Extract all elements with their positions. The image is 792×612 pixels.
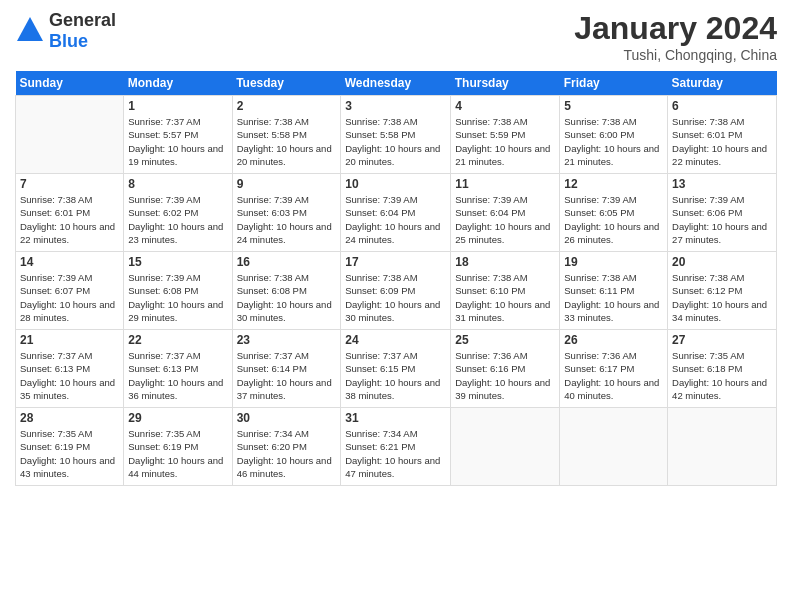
calendar-cell: 8Sunrise: 7:39 AMSunset: 6:02 PMDaylight… bbox=[124, 174, 232, 252]
day-header-tuesday: Tuesday bbox=[232, 71, 341, 96]
day-number: 9 bbox=[237, 177, 337, 191]
calendar-cell: 7Sunrise: 7:38 AMSunset: 6:01 PMDaylight… bbox=[16, 174, 124, 252]
day-info: Sunrise: 7:34 AMSunset: 6:21 PMDaylight:… bbox=[345, 427, 446, 480]
calendar-cell: 30Sunrise: 7:34 AMSunset: 6:20 PMDayligh… bbox=[232, 408, 341, 486]
calendar-cell: 18Sunrise: 7:38 AMSunset: 6:10 PMDayligh… bbox=[451, 252, 560, 330]
day-number: 3 bbox=[345, 99, 446, 113]
day-info: Sunrise: 7:38 AMSunset: 6:01 PMDaylight:… bbox=[20, 193, 119, 246]
calendar-cell: 21Sunrise: 7:37 AMSunset: 6:13 PMDayligh… bbox=[16, 330, 124, 408]
calendar-cell: 20Sunrise: 7:38 AMSunset: 6:12 PMDayligh… bbox=[668, 252, 777, 330]
day-number: 27 bbox=[672, 333, 772, 347]
day-number: 4 bbox=[455, 99, 555, 113]
calendar-cell: 10Sunrise: 7:39 AMSunset: 6:04 PMDayligh… bbox=[341, 174, 451, 252]
logo: General Blue bbox=[15, 10, 116, 52]
svg-marker-0 bbox=[17, 17, 43, 41]
day-number: 26 bbox=[564, 333, 663, 347]
page-container: General Blue January 2024 Tushi, Chongqi… bbox=[0, 0, 792, 496]
day-info: Sunrise: 7:39 AMSunset: 6:04 PMDaylight:… bbox=[345, 193, 446, 246]
day-info: Sunrise: 7:36 AMSunset: 6:16 PMDaylight:… bbox=[455, 349, 555, 402]
day-info: Sunrise: 7:38 AMSunset: 6:10 PMDaylight:… bbox=[455, 271, 555, 324]
calendar-cell: 28Sunrise: 7:35 AMSunset: 6:19 PMDayligh… bbox=[16, 408, 124, 486]
day-header-monday: Monday bbox=[124, 71, 232, 96]
day-number: 13 bbox=[672, 177, 772, 191]
day-number: 22 bbox=[128, 333, 227, 347]
week-row-2: 7Sunrise: 7:38 AMSunset: 6:01 PMDaylight… bbox=[16, 174, 777, 252]
day-number: 24 bbox=[345, 333, 446, 347]
day-info: Sunrise: 7:39 AMSunset: 6:08 PMDaylight:… bbox=[128, 271, 227, 324]
day-number: 18 bbox=[455, 255, 555, 269]
calendar-cell: 24Sunrise: 7:37 AMSunset: 6:15 PMDayligh… bbox=[341, 330, 451, 408]
day-info: Sunrise: 7:38 AMSunset: 5:59 PMDaylight:… bbox=[455, 115, 555, 168]
calendar-cell: 25Sunrise: 7:36 AMSunset: 6:16 PMDayligh… bbox=[451, 330, 560, 408]
calendar-cell: 1Sunrise: 7:37 AMSunset: 5:57 PMDaylight… bbox=[124, 96, 232, 174]
day-info: Sunrise: 7:38 AMSunset: 6:12 PMDaylight:… bbox=[672, 271, 772, 324]
day-number: 16 bbox=[237, 255, 337, 269]
day-number: 7 bbox=[20, 177, 119, 191]
day-info: Sunrise: 7:37 AMSunset: 6:13 PMDaylight:… bbox=[20, 349, 119, 402]
calendar-cell: 22Sunrise: 7:37 AMSunset: 6:13 PMDayligh… bbox=[124, 330, 232, 408]
day-info: Sunrise: 7:38 AMSunset: 6:08 PMDaylight:… bbox=[237, 271, 337, 324]
calendar-cell: 4Sunrise: 7:38 AMSunset: 5:59 PMDaylight… bbox=[451, 96, 560, 174]
day-info: Sunrise: 7:38 AMSunset: 6:00 PMDaylight:… bbox=[564, 115, 663, 168]
day-info: Sunrise: 7:38 AMSunset: 6:01 PMDaylight:… bbox=[672, 115, 772, 168]
day-number: 12 bbox=[564, 177, 663, 191]
calendar-cell: 15Sunrise: 7:39 AMSunset: 6:08 PMDayligh… bbox=[124, 252, 232, 330]
day-info: Sunrise: 7:38 AMSunset: 6:11 PMDaylight:… bbox=[564, 271, 663, 324]
day-number: 8 bbox=[128, 177, 227, 191]
day-number: 20 bbox=[672, 255, 772, 269]
month-title: January 2024 bbox=[574, 10, 777, 47]
day-info: Sunrise: 7:35 AMSunset: 6:19 PMDaylight:… bbox=[20, 427, 119, 480]
day-info: Sunrise: 7:35 AMSunset: 6:18 PMDaylight:… bbox=[672, 349, 772, 402]
day-info: Sunrise: 7:38 AMSunset: 6:09 PMDaylight:… bbox=[345, 271, 446, 324]
calendar-cell: 11Sunrise: 7:39 AMSunset: 6:04 PMDayligh… bbox=[451, 174, 560, 252]
calendar-cell: 13Sunrise: 7:39 AMSunset: 6:06 PMDayligh… bbox=[668, 174, 777, 252]
calendar-cell: 5Sunrise: 7:38 AMSunset: 6:00 PMDaylight… bbox=[560, 96, 668, 174]
day-info: Sunrise: 7:39 AMSunset: 6:02 PMDaylight:… bbox=[128, 193, 227, 246]
day-info: Sunrise: 7:39 AMSunset: 6:07 PMDaylight:… bbox=[20, 271, 119, 324]
page-header: General Blue January 2024 Tushi, Chongqi… bbox=[15, 10, 777, 63]
day-info: Sunrise: 7:37 AMSunset: 6:13 PMDaylight:… bbox=[128, 349, 227, 402]
day-info: Sunrise: 7:37 AMSunset: 6:14 PMDaylight:… bbox=[237, 349, 337, 402]
day-header-thursday: Thursday bbox=[451, 71, 560, 96]
day-number: 23 bbox=[237, 333, 337, 347]
day-header-friday: Friday bbox=[560, 71, 668, 96]
calendar-cell: 19Sunrise: 7:38 AMSunset: 6:11 PMDayligh… bbox=[560, 252, 668, 330]
day-header-wednesday: Wednesday bbox=[341, 71, 451, 96]
calendar-cell bbox=[560, 408, 668, 486]
day-info: Sunrise: 7:35 AMSunset: 6:19 PMDaylight:… bbox=[128, 427, 227, 480]
week-row-5: 28Sunrise: 7:35 AMSunset: 6:19 PMDayligh… bbox=[16, 408, 777, 486]
calendar-header: SundayMondayTuesdayWednesdayThursdayFrid… bbox=[16, 71, 777, 96]
day-number: 30 bbox=[237, 411, 337, 425]
title-section: January 2024 Tushi, Chongqing, China bbox=[574, 10, 777, 63]
calendar-cell: 31Sunrise: 7:34 AMSunset: 6:21 PMDayligh… bbox=[341, 408, 451, 486]
day-info: Sunrise: 7:38 AMSunset: 5:58 PMDaylight:… bbox=[237, 115, 337, 168]
day-info: Sunrise: 7:36 AMSunset: 6:17 PMDaylight:… bbox=[564, 349, 663, 402]
calendar-cell: 14Sunrise: 7:39 AMSunset: 6:07 PMDayligh… bbox=[16, 252, 124, 330]
day-info: Sunrise: 7:39 AMSunset: 6:06 PMDaylight:… bbox=[672, 193, 772, 246]
day-info: Sunrise: 7:38 AMSunset: 5:58 PMDaylight:… bbox=[345, 115, 446, 168]
day-info: Sunrise: 7:39 AMSunset: 6:05 PMDaylight:… bbox=[564, 193, 663, 246]
day-number: 1 bbox=[128, 99, 227, 113]
day-info: Sunrise: 7:37 AMSunset: 6:15 PMDaylight:… bbox=[345, 349, 446, 402]
calendar-cell: 17Sunrise: 7:38 AMSunset: 6:09 PMDayligh… bbox=[341, 252, 451, 330]
calendar-cell: 16Sunrise: 7:38 AMSunset: 6:08 PMDayligh… bbox=[232, 252, 341, 330]
calendar-cell: 9Sunrise: 7:39 AMSunset: 6:03 PMDaylight… bbox=[232, 174, 341, 252]
day-number: 17 bbox=[345, 255, 446, 269]
calendar-cell bbox=[668, 408, 777, 486]
calendar-cell: 27Sunrise: 7:35 AMSunset: 6:18 PMDayligh… bbox=[668, 330, 777, 408]
calendar-cell: 2Sunrise: 7:38 AMSunset: 5:58 PMDaylight… bbox=[232, 96, 341, 174]
day-info: Sunrise: 7:39 AMSunset: 6:03 PMDaylight:… bbox=[237, 193, 337, 246]
day-number: 6 bbox=[672, 99, 772, 113]
logo-icon bbox=[15, 15, 45, 47]
calendar-cell: 6Sunrise: 7:38 AMSunset: 6:01 PMDaylight… bbox=[668, 96, 777, 174]
calendar-cell: 12Sunrise: 7:39 AMSunset: 6:05 PMDayligh… bbox=[560, 174, 668, 252]
week-row-1: 1Sunrise: 7:37 AMSunset: 5:57 PMDaylight… bbox=[16, 96, 777, 174]
day-info: Sunrise: 7:34 AMSunset: 6:20 PMDaylight:… bbox=[237, 427, 337, 480]
calendar-cell: 3Sunrise: 7:38 AMSunset: 5:58 PMDaylight… bbox=[341, 96, 451, 174]
day-number: 14 bbox=[20, 255, 119, 269]
calendar-cell: 23Sunrise: 7:37 AMSunset: 6:14 PMDayligh… bbox=[232, 330, 341, 408]
day-number: 21 bbox=[20, 333, 119, 347]
day-number: 28 bbox=[20, 411, 119, 425]
calendar-cell: 29Sunrise: 7:35 AMSunset: 6:19 PMDayligh… bbox=[124, 408, 232, 486]
day-number: 25 bbox=[455, 333, 555, 347]
